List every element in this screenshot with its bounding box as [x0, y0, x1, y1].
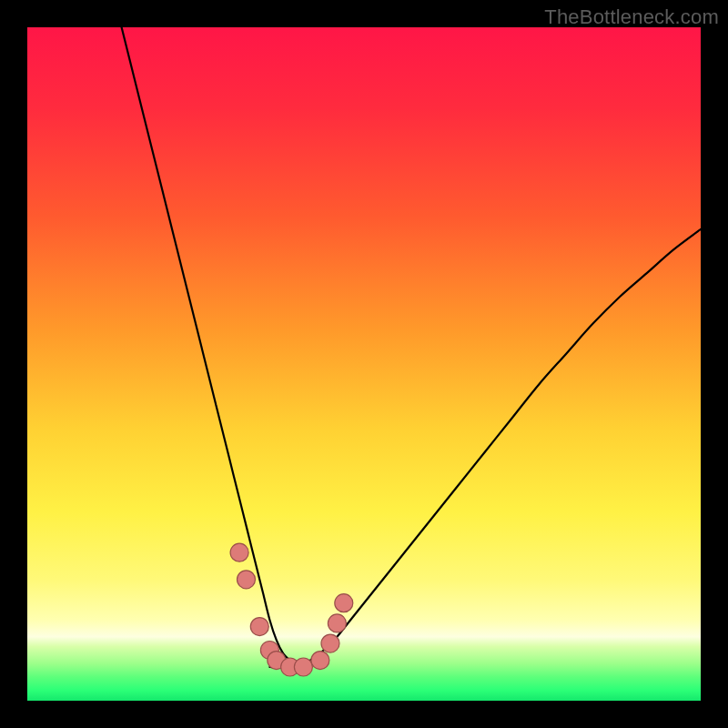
minimum-marker — [238, 571, 256, 589]
curve-left — [122, 27, 310, 667]
minimum-marker — [294, 658, 312, 676]
minimum-marker — [328, 614, 346, 632]
minimum-marker — [335, 594, 353, 612]
plot-area — [27, 27, 701, 701]
minimum-markers — [230, 543, 353, 676]
minimum-marker — [250, 618, 268, 636]
minimum-marker — [311, 652, 329, 670]
minimum-marker — [321, 634, 339, 652]
chart-frame: TheBottleneck.com — [0, 0, 728, 728]
watermark-text: TheBottleneck.com — [544, 5, 719, 29]
curves-layer — [27, 27, 701, 701]
minimum-marker — [230, 543, 248, 561]
